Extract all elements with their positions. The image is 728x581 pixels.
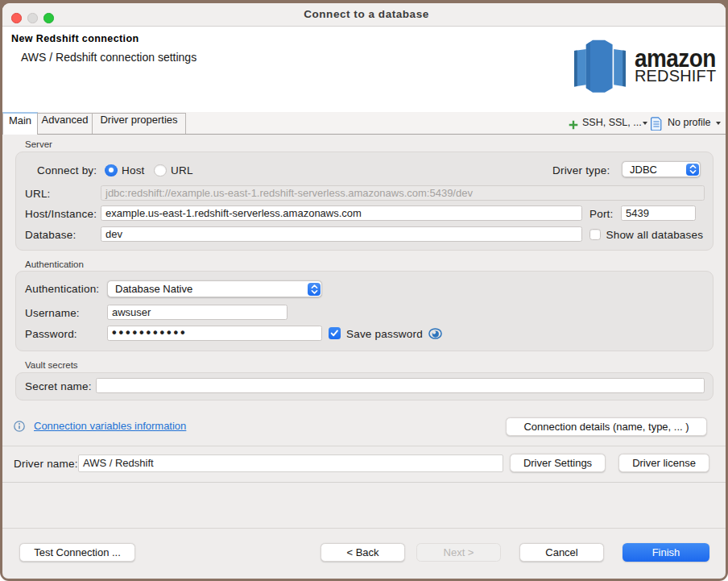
page-title: New Redshift connection (11, 34, 139, 44)
connection-details-button[interactable]: Connection details (name, type, ... ) (506, 417, 707, 436)
database-input[interactable]: dev (101, 226, 582, 242)
secret-name-label: Secret name: (25, 381, 92, 392)
select-stepper-icon (308, 283, 321, 296)
password-label: Password: (25, 329, 77, 340)
show-all-databases-checkbox[interactable] (589, 229, 602, 241)
separator (2, 446, 726, 446)
connect-by-url-radio[interactable] (154, 164, 167, 177)
separator (2, 528, 726, 529)
username-label: Username: (25, 308, 80, 319)
authentication-select[interactable]: Database Native (107, 280, 322, 297)
host-label: Host/Instance: (25, 209, 97, 220)
vault-section-label: Vault secrets (25, 361, 78, 371)
password-input[interactable]: ••••••••••• (107, 326, 322, 341)
driver-name-label: Driver name: (14, 459, 78, 470)
connection-variables-link[interactable]: Connection variables information (34, 421, 186, 431)
back-button[interactable]: < Back (321, 543, 405, 562)
url-input[interactable]: jdbc:redshift://example.us-east-1.redshi… (101, 185, 705, 201)
plus-icon (569, 118, 578, 128)
connect-by-label: Connect by: (37, 165, 97, 176)
driver-license-button[interactable]: Driver license (618, 454, 709, 472)
profile-document-icon (651, 117, 662, 131)
driver-type-value: JDBC (623, 164, 657, 176)
show-all-databases-label: Show all databases (606, 230, 704, 241)
finish-button[interactable]: Finish (623, 543, 709, 562)
save-password-checkbox[interactable] (329, 327, 341, 339)
next-button[interactable]: Next > (416, 543, 501, 562)
driver-settings-button[interactable]: Driver Settings (510, 454, 606, 472)
server-section-label: Server (25, 140, 52, 150)
driver-type-label: Driver type: (552, 165, 610, 176)
title-bar: Connect to a database (2, 3, 726, 27)
authentication-value: Database Native (108, 283, 192, 295)
password-masked-value: ••••••••••• (112, 326, 188, 339)
authentication-label: Authentication: (25, 284, 99, 295)
redshift-wordmark: REDSHIFT (635, 67, 716, 84)
database-label: Database: (25, 230, 76, 241)
host-input[interactable]: example.us-east-1.redshift-serverless.am… (101, 205, 582, 221)
tab-main[interactable]: Main (2, 112, 38, 135)
separator (2, 482, 726, 483)
show-password-eye-icon[interactable] (428, 328, 442, 339)
profile-caret-icon[interactable] (716, 122, 721, 125)
test-connection-button[interactable]: Test Connection ... (19, 543, 135, 562)
driver-type-select[interactable]: JDBC (622, 161, 701, 177)
port-input[interactable]: 5439 (621, 205, 696, 221)
dialog-title: Connect to a database (5, 9, 726, 20)
page-subtitle: AWS / Redshift connection settings (21, 52, 196, 63)
redshift-logo-icon (574, 39, 626, 98)
ssh-ssl-menu[interactable]: SSH, SSL, ... (582, 118, 642, 128)
driver-name-value: AWS / Redshift (78, 454, 503, 472)
info-icon (14, 421, 25, 432)
secret-name-input[interactable] (96, 378, 705, 393)
username-input[interactable]: awsuser (107, 305, 287, 320)
select-stepper-icon (686, 164, 699, 176)
authentication-section-label: Authentication (25, 260, 84, 270)
connect-by-host-radio[interactable] (105, 164, 118, 177)
save-password-label: Save password (346, 329, 423, 340)
dialog-window: Connect to a database New Redshift conne… (2, 3, 726, 579)
ssh-ssl-caret-icon[interactable] (643, 122, 647, 125)
profile-menu[interactable]: No profile (668, 118, 711, 128)
tab-advanced[interactable]: Advanced (37, 113, 93, 134)
url-label: URL: (25, 189, 51, 200)
port-label: Port: (589, 209, 614, 220)
connect-by-host-label: Host (122, 165, 145, 176)
connect-by-url-label: URL (171, 165, 193, 176)
cancel-button[interactable]: Cancel (519, 543, 604, 562)
tab-driver-properties[interactable]: Driver properties (92, 113, 186, 134)
